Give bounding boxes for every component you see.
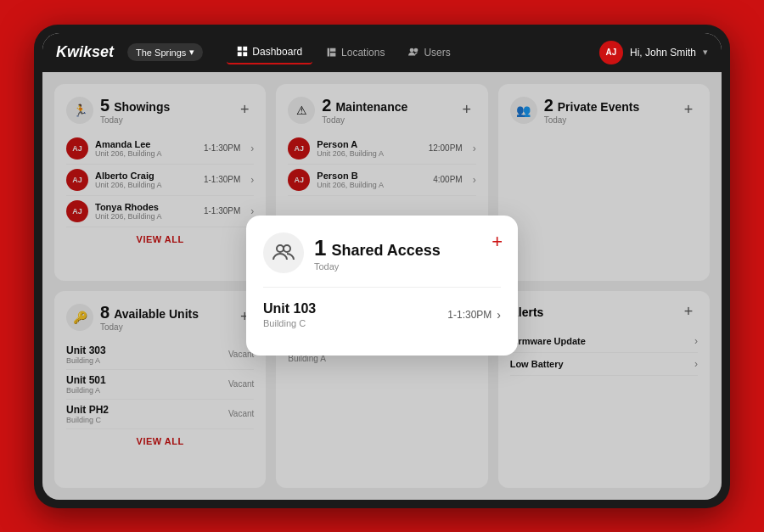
modal-add-button[interactable]: + <box>492 231 503 253</box>
modal-unit-info: Unit 103 Building C <box>263 301 316 328</box>
svg-rect-1 <box>244 47 248 51</box>
location-selector[interactable]: The Springs ▾ <box>127 43 203 61</box>
main-grid: 🏃 5 Showings Today + AJ A <box>42 72 722 500</box>
dashboard-icon <box>237 46 248 57</box>
svg-point-4 <box>410 48 414 53</box>
modal-unit-building: Building C <box>263 318 316 328</box>
location-label: The Springs <box>136 48 186 58</box>
user-avatar: AJ <box>599 41 623 64</box>
svg-point-6 <box>277 245 284 252</box>
tablet-frame: Kwikset The Springs ▾ Dashboard Location… <box>34 25 730 508</box>
users-icon <box>408 47 419 58</box>
svg-point-7 <box>284 245 290 252</box>
modal-chevron-right-icon: › <box>497 308 501 322</box>
modal-time-chevron: 1-1:30PM › <box>447 308 501 322</box>
tablet-screen: Kwikset The Springs ▾ Dashboard Location… <box>42 33 722 500</box>
modal-count: 1 <box>314 235 326 261</box>
brand-logo: Kwikset <box>56 43 114 61</box>
nav-users-label: Users <box>424 47 450 59</box>
modal-title-area: 1 Shared Access Today <box>314 235 441 272</box>
locations-icon <box>326 47 337 58</box>
modal-time: 1-1:30PM <box>447 309 492 321</box>
shared-access-icon-svg <box>272 241 295 265</box>
svg-point-5 <box>414 48 419 53</box>
user-name: Hi, John Smith <box>630 47 696 59</box>
nav-users[interactable]: Users <box>398 42 460 64</box>
svg-rect-2 <box>238 52 242 56</box>
shared-access-modal-overlay: 1 Shared Access Today + Unit 103 Buildin… <box>42 72 722 500</box>
nav-locations-label: Locations <box>341 47 385 59</box>
modal-unit-row[interactable]: Unit 103 Building C 1-1:30PM › <box>263 291 501 339</box>
user-menu[interactable]: AJ Hi, John Smith ▾ <box>599 41 708 64</box>
navbar: Kwikset The Springs ▾ Dashboard Location… <box>42 33 722 72</box>
nav-links: Dashboard Locations Users <box>227 41 589 64</box>
chevron-down-icon: ▾ <box>189 47 194 58</box>
nav-dashboard-label: Dashboard <box>252 46 302 58</box>
shared-access-modal: 1 Shared Access Today + Unit 103 Buildin… <box>246 216 518 356</box>
modal-unit-name: Unit 103 <box>263 301 316 316</box>
user-chevron-icon: ▾ <box>703 47 708 58</box>
svg-rect-0 <box>238 47 242 51</box>
modal-title: Shared Access <box>331 242 440 260</box>
svg-rect-3 <box>244 52 248 56</box>
modal-icon <box>263 232 304 273</box>
nav-dashboard[interactable]: Dashboard <box>227 41 312 64</box>
modal-header: 1 Shared Access Today <box>263 232 501 273</box>
nav-locations[interactable]: Locations <box>316 42 395 64</box>
modal-sub: Today <box>314 261 441 272</box>
